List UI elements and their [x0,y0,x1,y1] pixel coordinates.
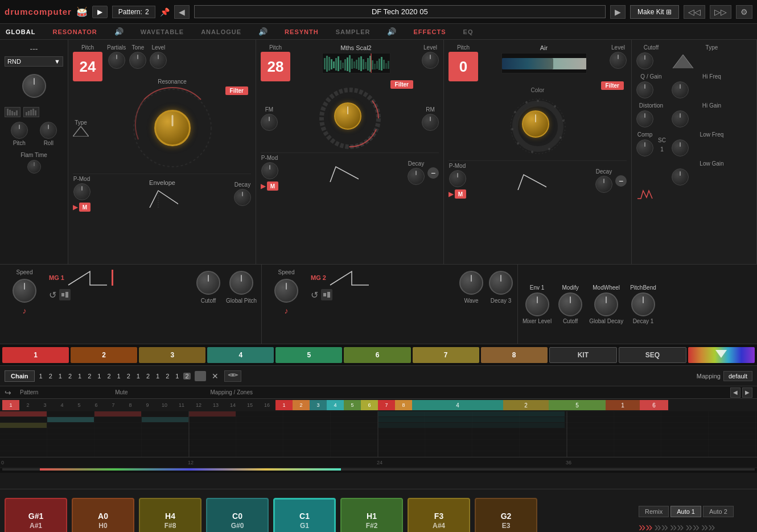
seq-mute-3[interactable]: 3 [310,400,327,410]
seq-mute-6[interactable]: 6 [361,400,378,410]
mg2-sync-icon[interactable] [321,289,332,300]
pattern-btn-seq[interactable]: SEQ [619,347,686,363]
seq-n-1[interactable]: 1 [2,400,19,410]
seq-mute-5[interactable]: 5 [344,400,361,410]
chain-step-7b[interactable]: 2 [164,373,171,380]
pattern-btn-4[interactable]: 4 [207,347,274,363]
chain-step-2a[interactable]: 1 [57,373,64,380]
fx-comp-knob[interactable] [636,139,653,156]
sampler-speaker-icon[interactable]: 🔊 [387,27,396,36]
mg2-decay3-knob[interactable] [489,271,513,295]
kit-btn-2[interactable]: A0 H0 [72,498,134,533]
mg1-speed-knob[interactable] [13,279,36,303]
chain-extra-icon[interactable] [224,370,241,382]
chain-step-8b[interactable]: 2 [183,373,190,380]
rs-pitch-display[interactable]: 0 [449,52,478,81]
remix-arrow-5[interactable]: »» [701,520,715,532]
pattern-btn-6[interactable]: 6 [344,347,410,363]
next-pattern-button[interactable]: ▶ [610,5,626,19]
res-decay-knob[interactable] [234,189,251,206]
remix-arrow-1[interactable]: »» [639,520,652,532]
zone-1[interactable]: 1 [606,400,640,410]
seq-n-4[interactable]: 4 [54,400,71,410]
kit-btn-1[interactable]: G#1 A#1 [5,498,67,533]
chain-step-3a[interactable]: 1 [76,373,83,380]
seq-icon-2[interactable] [23,107,39,117]
chain-step-4b[interactable]: 2 [105,373,112,380]
seq-mute-7[interactable]: 7 [378,400,395,410]
remix-arrow-4[interactable]: »» [685,520,699,532]
chain-step-2b[interactable]: 2 [67,373,73,380]
kit-btn-3[interactable]: H4 F#8 [139,498,201,533]
res-partials-knob[interactable] [108,52,125,69]
chain-step-5a[interactable]: 1 [116,373,122,380]
rs-decay-knob[interactable] [595,176,612,193]
wavetable-speaker-icon[interactable]: 🔊 [258,27,268,36]
mg2-speed-knob[interactable] [274,279,298,303]
seq-n-7[interactable]: 7 [105,400,122,410]
wt-fm-knob[interactable] [261,114,278,131]
seq-n-8[interactable]: 8 [122,400,139,410]
rs-color-knob[interactable] [522,110,549,138]
resonator-speaker-icon[interactable]: 🔊 [114,27,124,36]
seq-mute-4[interactable]: 4 [327,400,344,410]
zone-2[interactable]: 2 [503,400,549,410]
global-main-knob[interactable] [22,74,46,98]
roll-knob[interactable] [40,122,57,139]
pattern-btn-5[interactable]: 5 [275,347,342,363]
kit-btn-5[interactable]: C1 G1 [273,498,336,533]
seq-scrollbar-thumb[interactable] [40,468,341,471]
tab-global[interactable]: GLOBAL [6,28,35,35]
eq-hifreq-knob[interactable] [672,81,689,98]
zone-6[interactable]: 6 [640,400,668,410]
rs-m-button[interactable]: M [455,189,466,199]
mg1-note-icon[interactable]: ♪ [23,306,27,315]
chain-step-8a[interactable]: 1 [174,373,180,380]
prev-pattern-button[interactable]: ◀ [174,5,190,19]
wt-decay-knob[interactable] [408,168,425,185]
pattern-btn-download[interactable] [688,347,755,363]
seq-n-2[interactable]: 2 [19,400,36,410]
zone-4[interactable]: 4 [412,400,503,410]
pattern-btn-2[interactable]: 2 [71,347,137,363]
kit-btn-7[interactable]: F3 A#4 [408,498,470,533]
chain-step-6b[interactable]: 2 [145,373,151,380]
chain-step-3b[interactable]: 2 [86,373,93,380]
seq-next-button[interactable]: ▶ [742,387,752,398]
seq-n-11[interactable]: 11 [173,400,190,410]
res-tone-knob[interactable] [129,52,146,69]
wt-m-button[interactable]: M [267,182,278,191]
back-button[interactable]: ◁◁ [684,5,705,19]
chain-step-1b[interactable]: 2 [47,373,54,380]
res-level-knob[interactable] [150,52,167,69]
mg2-reset-icon[interactable]: ↺ [311,290,318,300]
fwd-button[interactable]: ▷▷ [710,5,731,19]
rnd-select[interactable]: RND▼ [5,56,63,67]
seq-scrollbar[interactable] [0,468,757,473]
chain-mapping-value[interactable]: default [723,371,752,381]
tab-eq[interactable]: EQ [463,28,474,35]
seq-n-10[interactable]: 10 [156,400,173,410]
logo-icon[interactable]: 🥁 [76,6,88,17]
mg2-note-icon[interactable]: ♪ [285,306,289,315]
seq-n-15[interactable]: 15 [241,400,258,410]
eq-lowfreq-knob[interactable] [672,139,689,156]
chain-step-4a[interactable]: 1 [96,373,102,380]
remix-tab-auto1[interactable]: Auto 1 [670,506,701,517]
wt-level-knob[interactable] [422,52,439,69]
tab-analogue[interactable]: ANALOGUE [201,28,241,35]
res-m-button[interactable]: M [79,203,90,212]
seq-n-16[interactable]: 16 [258,400,275,410]
kit-btn-6[interactable]: H1 F#2 [340,498,403,533]
wt-minus-button[interactable]: − [427,167,439,179]
seq-n-14[interactable]: 14 [224,400,241,410]
pattern-btn-7[interactable]: 7 [413,347,479,363]
tab-effects[interactable]: EFFECTS [413,28,446,35]
seq-mute-2[interactable]: 2 [293,400,310,410]
fx-distortion-knob[interactable] [636,110,653,127]
seq-n-13[interactable]: 13 [207,400,224,410]
mg1-global-pitch-knob[interactable] [229,271,253,295]
res-filter-btn[interactable]: Filter [225,86,248,95]
dots-button[interactable]: --- [5,44,63,53]
chain-handle[interactable] [195,371,206,381]
